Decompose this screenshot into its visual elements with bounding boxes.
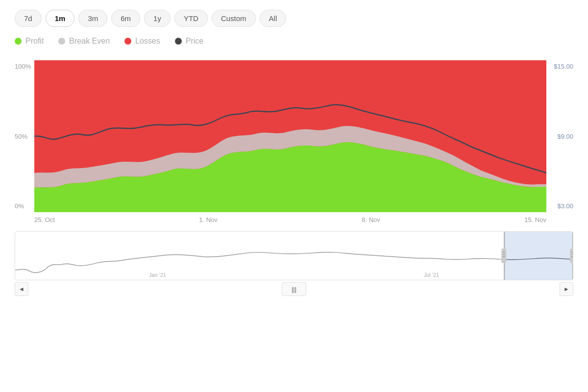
price-dot bbox=[175, 38, 182, 45]
x-label-nov8: 8. Nov bbox=[362, 216, 380, 223]
y-label-100: 100% bbox=[15, 63, 31, 70]
chart-area: 100% 50% 0% $15.00 $9.00 $3.00 bbox=[15, 60, 573, 212]
y-price-15: $15.00 bbox=[554, 63, 573, 70]
btn-3m[interactable]: 3m bbox=[78, 10, 107, 27]
breakeven-dot bbox=[58, 38, 65, 45]
nav-label-jan21: Jan '21 bbox=[149, 272, 166, 278]
legend-profit: Profit bbox=[15, 37, 44, 46]
nav-right-btn[interactable]: ► bbox=[560, 282, 573, 296]
nav-left-btn[interactable]: ◄ bbox=[15, 282, 28, 296]
y-axis-right: $15.00 $9.00 $3.00 bbox=[554, 60, 573, 212]
y-price-3: $3.00 bbox=[554, 202, 573, 210]
main-chart-svg bbox=[34, 60, 546, 212]
btn-all[interactable]: All bbox=[260, 10, 287, 27]
navigator-chart-wrapper[interactable]: Jan '21 Jul '21 bbox=[15, 231, 573, 280]
chart-legend: Profit Break Even Losses Price bbox=[15, 37, 573, 46]
btn-1m[interactable]: 1m bbox=[46, 10, 75, 27]
btn-7d[interactable]: 7d bbox=[15, 10, 42, 27]
navigator-controls: ◄ ||| ► bbox=[15, 282, 573, 296]
x-label-nov15: 15. Nov bbox=[524, 216, 546, 223]
nav-center-btn[interactable]: ||| bbox=[282, 282, 306, 296]
btn-6m[interactable]: 6m bbox=[111, 10, 140, 27]
legend-losses: Losses bbox=[124, 37, 160, 46]
chart-wrapper: 100% 50% 0% $15.00 $9.00 $3.00 bbox=[15, 60, 573, 223]
price-label: Price bbox=[186, 37, 203, 46]
x-label-nov1: 1. Nov bbox=[199, 216, 218, 223]
btn-1y[interactable]: 1y bbox=[144, 10, 171, 27]
svg-rect-7 bbox=[501, 248, 506, 263]
losses-label: Losses bbox=[135, 37, 160, 46]
legend-price: Price bbox=[175, 37, 203, 46]
x-axis-labels: 25. Oct 1. Nov 8. Nov 15. Nov bbox=[15, 212, 573, 223]
main-chart-svg-wrapper bbox=[34, 60, 546, 212]
navigator-x-labels: Jan '21 Jul '21 bbox=[15, 272, 573, 278]
nav-center-lines: ||| bbox=[292, 286, 296, 293]
y-label-0: 0% bbox=[15, 202, 31, 210]
time-range-selector: 7d 1m 3m 6m 1y YTD Custom All bbox=[15, 10, 573, 27]
profit-dot bbox=[15, 38, 22, 45]
y-axis-left: 100% 50% 0% bbox=[15, 60, 31, 212]
btn-custom[interactable]: Custom bbox=[212, 10, 256, 27]
profit-label: Profit bbox=[25, 37, 44, 46]
nav-label-jul21: Jul '21 bbox=[424, 272, 439, 278]
losses-dot bbox=[124, 38, 131, 45]
svg-rect-11 bbox=[570, 248, 573, 263]
main-container: 7d 1m 3m 6m 1y YTD Custom All Profit Bre… bbox=[0, 0, 588, 306]
breakeven-label: Break Even bbox=[69, 37, 110, 46]
x-label-oct25: 25. Oct bbox=[34, 216, 55, 223]
navigator-container: Jan '21 Jul '21 ◄ ||| ► bbox=[15, 231, 573, 296]
legend-breakeven: Break Even bbox=[58, 37, 110, 46]
btn-ytd[interactable]: YTD bbox=[174, 10, 208, 27]
y-price-9: $9.00 bbox=[554, 133, 573, 140]
y-label-50: 50% bbox=[15, 133, 31, 140]
